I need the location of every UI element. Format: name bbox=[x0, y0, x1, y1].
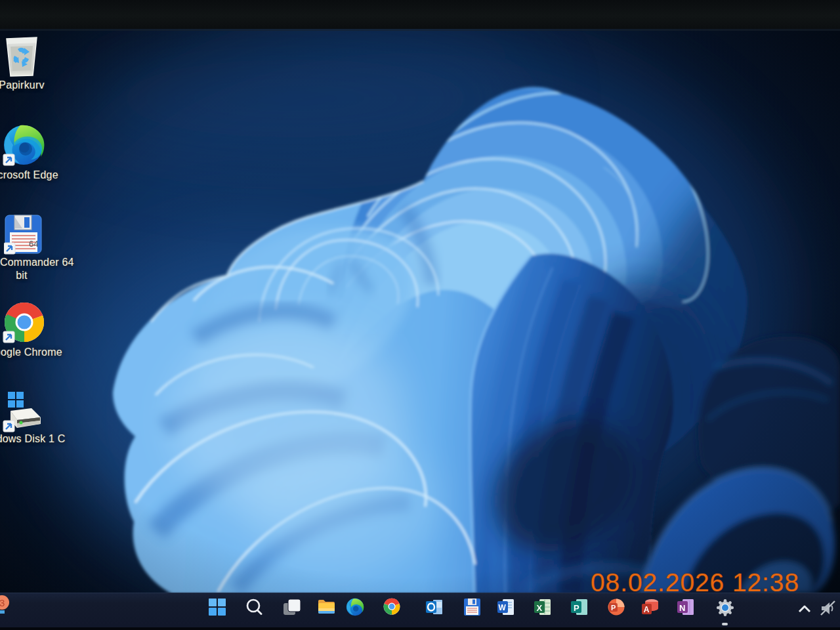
svg-text:64: 64 bbox=[29, 239, 38, 249]
svg-text:P: P bbox=[611, 604, 616, 612]
svg-text:P: P bbox=[574, 603, 579, 613]
svg-text:3: 3 bbox=[0, 597, 5, 608]
svg-text:A: A bbox=[644, 605, 650, 614]
svg-text:X: X bbox=[537, 603, 543, 613]
svg-text:N: N bbox=[679, 603, 685, 613]
svg-text:W: W bbox=[499, 603, 507, 612]
